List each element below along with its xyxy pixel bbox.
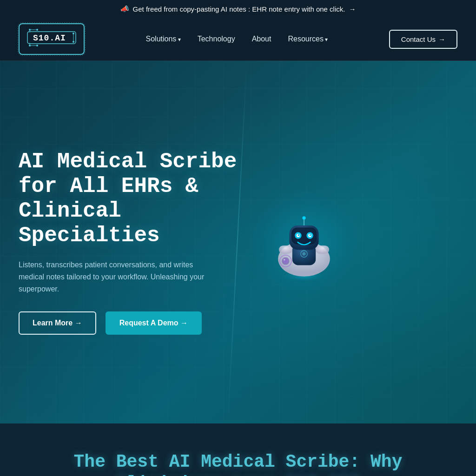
robot-svg	[262, 200, 346, 284]
bottom-title: The Best AI Medical Scribe: Why Clinicia…	[19, 451, 457, 476]
svg-point-23	[298, 234, 300, 236]
nav-links: Solutions Technology About Resources	[146, 35, 328, 43]
svg-point-26	[302, 216, 305, 219]
svg-point-8	[73, 33, 74, 34]
nav-item-technology[interactable]: Technology	[198, 35, 235, 43]
svg-point-5	[36, 45, 38, 46]
nav-item-solutions[interactable]: Solutions	[146, 35, 181, 43]
contact-us-button[interactable]: Contact Us →	[389, 30, 457, 49]
svg-point-1	[36, 29, 38, 31]
svg-rect-11	[27, 32, 76, 44]
bottom-section: The Best AI Medical Scribe: Why Clinicia…	[0, 423, 476, 476]
svg-text:S10.AI: S10.AI	[33, 33, 66, 43]
logo-text: S10.AI	[26, 28, 77, 50]
robot-glow	[253, 191, 355, 293]
svg-point-4	[29, 45, 31, 46]
robot-illustration	[253, 191, 355, 293]
hero-content: AI Medical Scribe for All EHRs & Clinica…	[0, 122, 260, 363]
navbar: S10.AI Solutions Technology About Resour…	[0, 18, 476, 61]
hero-section: AI Medical Scribe for All EHRs & Clinica…	[0, 61, 476, 423]
svg-point-0	[29, 29, 31, 31]
request-demo-button[interactable]: Request A Demo →	[106, 311, 202, 335]
logo[interactable]: S10.AI	[19, 23, 85, 55]
svg-point-34	[302, 252, 305, 256]
announcement-arrow: →	[349, 5, 356, 13]
svg-point-32	[284, 259, 285, 261]
svg-rect-27	[279, 245, 292, 254]
svg-rect-28	[316, 245, 329, 254]
hero-buttons: Learn More → Request A Demo →	[19, 311, 242, 335]
svg-point-24	[310, 234, 311, 236]
hero-subtitle: Listens, transcribes patient conversatio…	[19, 259, 214, 295]
nav-item-about[interactable]: About	[252, 35, 271, 43]
hero-title: AI Medical Scribe for All EHRs & Clinica…	[19, 150, 242, 248]
nav-item-resources[interactable]: Resources	[288, 35, 328, 43]
announcement-bar: 📣 Get freed from copy-pasting AI notes :…	[0, 0, 476, 18]
announcement-text: Get freed from copy-pasting AI notes : E…	[133, 5, 345, 13]
svg-point-9	[73, 41, 74, 43]
learn-more-button[interactable]: Learn More →	[19, 311, 96, 335]
announcement-icon: 📣	[120, 5, 129, 13]
